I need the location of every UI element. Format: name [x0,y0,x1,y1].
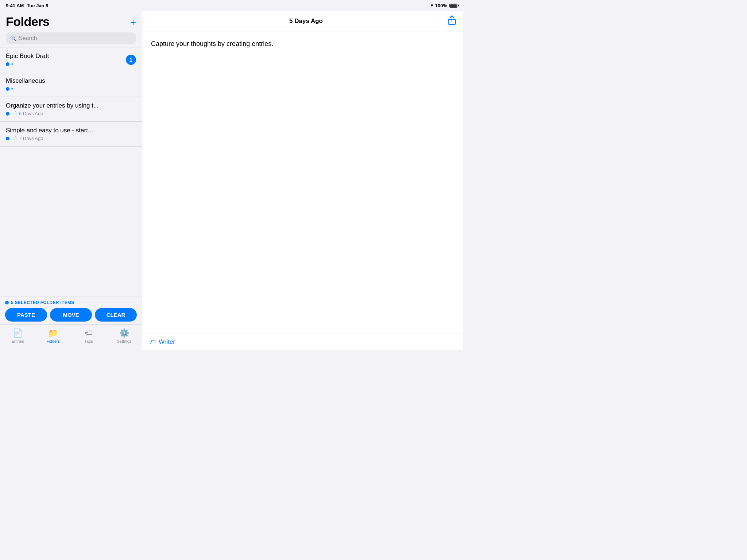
content-date-title: 5 Days Ago [289,18,323,25]
item-content: Organize your entries by using t... 📄 6 … [6,102,136,116]
item-meta: 📄 7 Days Ago [6,136,136,141]
search-container: 🔍 Search [0,30,142,47]
content-header: 5 Days Ago [142,11,463,31]
tag-icon: 🏷 [150,338,156,346]
item-date: 7 Days Ago [19,136,43,141]
dot-icon [6,87,9,91]
battery-label: 100% [435,3,447,8]
doc-icon: 📄 [11,111,17,116]
sidebar-title: Folders [6,15,49,29]
selected-dot [5,301,9,304]
item-meta: 📄 6 Days Ago [6,111,136,116]
sidebar: Folders + 🔍 Search Epic Book Draft ▪ [0,11,142,350]
content-body: Capture your thoughts by creating entrie… [142,31,463,334]
wifi-icon: ▾ [431,3,433,8]
content-footer: 🏷 Writer [142,334,463,350]
dot-icon [6,137,9,140]
search-icon: 🔍 [10,35,16,41]
search-bar[interactable]: 🔍 Search [6,32,136,44]
tab-settings[interactable]: ⚙️ Settings [107,328,142,346]
tab-tags-label: Tags [85,339,93,343]
item-content: Simple and easy to use - start... 📄 7 Da… [6,127,136,141]
tab-entries[interactable]: 📄 Entries [0,328,35,346]
action-bar: 5 SELECTED FOLDER ITEMS PASTE MOVE CLEAR [0,296,142,324]
tab-folders[interactable]: 📁 Folders [35,328,71,346]
item-title: Simple and easy to use - start... [6,127,136,134]
dot-icon [6,112,9,116]
search-placeholder: Search [19,35,37,42]
item-content: Miscellaneous ▪ [6,77,136,92]
item-date: 6 Days Ago [19,111,43,116]
list-item[interactable]: Epic Book Draft ▪ 1 [0,47,142,72]
add-button[interactable]: + [130,17,136,28]
tab-tags[interactable]: 🏷 Tags [71,328,107,346]
tags-icon: 🏷 [85,328,93,338]
status-bar: 9:41 AM Tue Jan 9 ▾ 100% [0,0,463,11]
item-title: Miscellaneous [6,77,136,85]
time-label: 9:41 AM [6,3,24,8]
item-content: Epic Book Draft ▪ [6,52,126,67]
folder-list: Epic Book Draft ▪ 1 Miscellaneous ▪ [0,47,142,296]
main-layout: Folders + 🔍 Search Epic Book Draft ▪ [0,11,463,350]
list-item[interactable]: Miscellaneous ▪ [0,72,142,97]
badge: 1 [126,55,136,65]
tab-folders-label: Folders [47,339,60,343]
item-title: Epic Book Draft [6,52,126,60]
settings-icon: ⚙️ [119,328,129,338]
empty-message: Capture your thoughts by creating entrie… [151,40,454,48]
battery-icon [449,4,457,8]
item-title: Organize your entries by using t... [6,102,136,109]
selected-count-text: 5 SELECTED FOLDER ITEMS [11,300,74,305]
folders-icon: 📁 [48,328,58,338]
move-button[interactable]: MOVE [50,308,92,322]
list-item[interactable]: Simple and easy to use - start... 📄 7 Da… [0,122,142,147]
tab-entries-label: Entries [12,339,24,343]
content-panel: 5 Days Ago Capture your thoughts by crea… [142,11,463,350]
folder-icon: ▪ [11,86,13,92]
paste-button[interactable]: PASTE [5,308,47,322]
tab-settings-label: Settings [117,339,132,343]
tag-label: Writer [159,338,175,346]
status-indicators: ▾ 100% [431,3,457,8]
item-meta: ▪ [6,61,126,67]
doc-icon: 📄 [11,136,17,141]
date-label: Tue Jan 9 [27,3,48,8]
entries-icon: 📄 [13,328,23,338]
list-item[interactable]: Organize your entries by using t... 📄 6 … [0,97,142,122]
status-time: 9:41 AM Tue Jan 9 [6,3,48,8]
tab-bar: 📄 Entries 📁 Folders 🏷 Tags ⚙️ Settings [0,324,142,350]
item-meta: ▪ [6,86,136,92]
clear-button[interactable]: CLEAR [95,308,137,322]
selected-info: 5 SELECTED FOLDER ITEMS [5,300,137,305]
action-buttons: PASTE MOVE CLEAR [5,308,137,322]
sidebar-header: Folders + [0,11,142,30]
folder-icon: ▪ [11,61,13,67]
dot-icon [6,62,9,66]
share-button[interactable] [448,15,456,27]
